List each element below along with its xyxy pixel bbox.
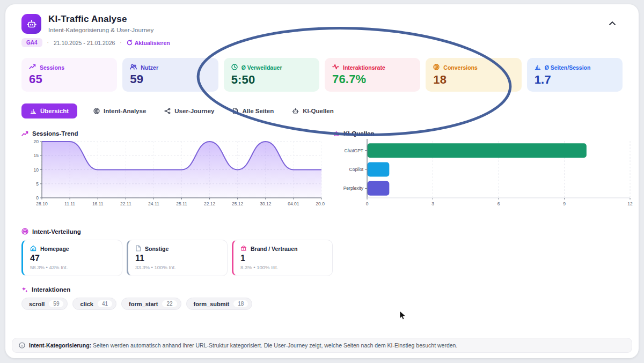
interaction-chips: scroll59 click41 form_start22 form_submi…	[21, 298, 623, 310]
chip-count: 22	[162, 300, 177, 307]
svg-text:0: 0	[36, 195, 39, 201]
svg-text:22.11: 22.11	[120, 201, 131, 206]
footer-note: Intent-Kategorisierung: Seiten werden au…	[12, 338, 632, 353]
sparkles-icon	[21, 286, 28, 293]
intent-card-sonstige: Sonstige 11 33.3% • 100% Int.	[127, 240, 228, 276]
chip-count: 18	[233, 300, 248, 307]
stat-card-sessions: Sessions 65	[21, 58, 117, 92]
stat-card-nutzer: Nutzer 59	[122, 58, 218, 92]
svg-text:3: 3	[431, 201, 434, 206]
refresh-button[interactable]: Aktualisieren	[127, 40, 170, 46]
chip-count: 59	[49, 300, 63, 307]
landmark-icon	[240, 245, 247, 253]
target-icon	[93, 108, 100, 114]
svg-text:30.12: 30.12	[260, 201, 272, 206]
intent-value: 47	[30, 254, 115, 263]
chevron-up-icon	[609, 21, 616, 26]
stat-label: Conversions	[443, 64, 478, 71]
svg-text:6: 6	[497, 201, 500, 206]
chip-scroll[interactable]: scroll59	[21, 298, 68, 310]
tab-intent-analyse[interactable]: Intent-Analyse	[91, 103, 148, 118]
stat-value: 1.7	[535, 73, 615, 87]
svg-text:10: 10	[34, 167, 39, 173]
stat-card-interaktionsrate: Interaktionsrate 76.7%	[325, 58, 420, 92]
intent-value: 11	[135, 254, 220, 263]
intent-value: 1	[240, 254, 325, 263]
section-title: Interaktionen	[32, 286, 70, 293]
date-range: 21.10.2025 - 21.01.2026	[54, 40, 115, 46]
chip-click[interactable]: click41	[72, 298, 116, 310]
activity-icon	[332, 64, 339, 71]
sessions-trend-plot: 0510152028.1011.1116.1122.1124.1125.1122…	[21, 137, 325, 213]
svg-text:28.10: 28.10	[36, 201, 48, 206]
chip-count: 41	[98, 300, 112, 307]
svg-text:Perplexity: Perplexity	[343, 186, 364, 191]
charts-row: Sessions-Trend 0510152028.1011.1116.1122…	[21, 130, 623, 215]
ga4-badge: GA4	[21, 38, 42, 47]
stat-card-seiten-session: Ø Seiten/Session 1.7	[527, 58, 623, 92]
chart-title: KI-Quellen	[343, 130, 375, 137]
info-icon	[19, 342, 25, 349]
chip-form-start[interactable]: form_start22	[121, 298, 181, 310]
intent-card-homepage: Homepage 47 58.3% • 43% Int.	[21, 240, 122, 276]
robot-icon	[292, 108, 299, 114]
stat-value: 18	[433, 73, 514, 87]
svg-text:5: 5	[36, 181, 39, 187]
home-icon	[30, 245, 36, 253]
svg-text:9: 9	[563, 201, 566, 206]
tab-uebersicht[interactable]: Übersicht	[21, 103, 77, 118]
stat-value: 59	[130, 72, 210, 86]
robot-icon	[21, 14, 41, 34]
chip-form-submit[interactable]: form_submit18	[186, 298, 253, 310]
collapse-button[interactable]	[609, 18, 616, 28]
intent-detail: 33.3% • 100% Int.	[135, 264, 220, 270]
tabs-row: Übersicht Intent-Analyse User-Journey Al…	[21, 103, 623, 118]
users-icon	[130, 64, 137, 71]
stat-label: Sessions	[40, 64, 64, 71]
trend-up-icon	[29, 64, 36, 71]
tab-user-journey[interactable]: User-Journey	[162, 103, 216, 118]
svg-text:24.11: 24.11	[148, 201, 159, 206]
stat-label: Ø Verweildauer	[241, 64, 282, 71]
stat-label: Interaktionsrate	[343, 64, 385, 71]
stat-card-verweildauer: Ø Verweildauer 5:50	[224, 58, 319, 92]
svg-text:15: 15	[34, 153, 39, 158]
meta-separator: ·	[120, 40, 121, 46]
refresh-icon	[127, 40, 133, 46]
target-icon	[21, 228, 28, 235]
clock-icon	[231, 64, 238, 71]
chart-title: Sessions-Trend	[32, 130, 78, 137]
stat-card-conversions: Conversions 18	[426, 58, 521, 92]
page-title: KI-Traffic Analyse	[48, 14, 153, 25]
svg-text:0: 0	[366, 201, 369, 206]
tab-ki-quellen[interactable]: KI-Quellen	[290, 103, 336, 118]
intent-detail: 8.3% • 100% Int.	[240, 264, 325, 270]
svg-text:25.12: 25.12	[232, 201, 244, 206]
svg-text:20.01: 20.01	[316, 201, 325, 206]
page-subtitle: Intent-Kategorisierung & User-Journey	[48, 27, 153, 33]
meta-separator: ·	[47, 40, 49, 46]
svg-text:20: 20	[34, 139, 39, 144]
svg-text:16.11: 16.11	[92, 201, 104, 206]
stats-row: Sessions 65 Nutzer 59 Ø Verweildauer 5:5…	[21, 58, 623, 92]
bar-chart-icon	[535, 64, 541, 71]
dashboard-panel: KI-Traffic Analyse Intent-Kategorisierun…	[5, 4, 639, 358]
tab-alle-seiten[interactable]: Alle Seiten	[230, 103, 276, 118]
header: KI-Traffic Analyse Intent-Kategorisierun…	[21, 14, 623, 34]
ki-quellen-chart: KI-Quellen 036912ChatGPTCopilotPerplexit…	[333, 130, 633, 215]
svg-text:25.11: 25.11	[176, 201, 187, 206]
file-icon	[232, 108, 238, 114]
section-title: Intent-Verteilung	[32, 228, 81, 235]
svg-text:ChatGPT: ChatGPT	[345, 148, 363, 153]
interactions-section: Interaktionen scroll59 click41 form_star…	[21, 286, 623, 310]
svg-text:04.01: 04.01	[288, 201, 299, 206]
robot-icon	[333, 130, 340, 137]
branch-icon	[164, 108, 171, 114]
bar-chart-icon	[30, 108, 36, 114]
stat-value: 5:50	[231, 73, 312, 87]
intent-card-brand-vertrauen: Brand / Vertrauen 1 8.3% • 100% Int.	[232, 240, 333, 276]
intent-detail: 58.3% • 43% Int.	[30, 264, 115, 270]
svg-text:22.12: 22.12	[204, 201, 216, 206]
stat-value: 65	[29, 72, 109, 86]
trend-up-icon	[21, 131, 28, 137]
